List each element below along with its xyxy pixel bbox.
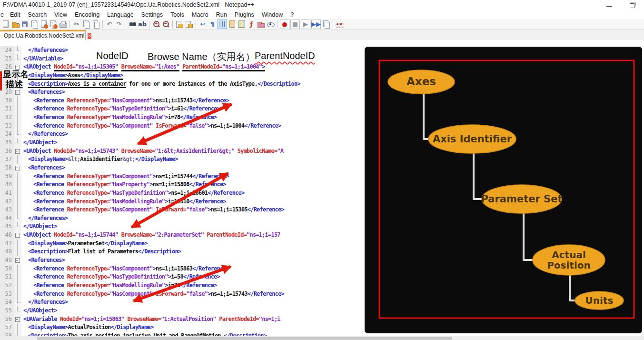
- spell-check-icon[interactable]: ABC: [336, 20, 344, 29]
- code-token: NodeId=: [54, 231, 75, 238]
- code-token: "HasTypeDefinition": [110, 190, 168, 196]
- macro-play-icon[interactable]: ▶: [301, 20, 310, 29]
- tab-opc-ua-robotics-nodeset2[interactable]: Opc.Ua.Robotics.NodeSet2.xml ✕: [0, 30, 86, 40]
- menu-item-edit[interactable]: Edit: [6, 11, 24, 18]
- toolbar-separator: [149, 20, 149, 28]
- redo-icon: ↷: [117, 21, 122, 27]
- monitoring-icon[interactable]: [266, 20, 275, 29]
- close-all-docs-icon[interactable]: [49, 20, 58, 29]
- save-icon[interactable]: [20, 20, 29, 29]
- horizontal-scrollbar-thumb[interactable]: [37, 337, 452, 340]
- code-token: <References>: [28, 89, 65, 95]
- code-token: ReferenceType=: [67, 273, 110, 280]
- red-edge-mark: [0, 71, 2, 90]
- toolbar-separator: [333, 20, 333, 28]
- fold-collapse-icon[interactable]: [14, 256, 21, 265]
- doc-switcher-icon[interactable]: [228, 20, 237, 29]
- code-token: ns=1;i=15305: [211, 206, 248, 213]
- node-hierarchy-diagram-panel: AxesAxis IdentifierParameter SetActualPo…: [365, 47, 642, 333]
- fold-collapse-icon[interactable]: [14, 315, 21, 324]
- word-wrap-icon[interactable]: ↩: [198, 20, 207, 29]
- code-token: ActualPosition: [68, 324, 111, 330]
- code-token: <Reference: [33, 122, 67, 129]
- undo-icon[interactable]: ↶: [105, 20, 114, 29]
- find-icon[interactable]: [129, 20, 137, 29]
- code-token: ns=1;i=16601: [171, 190, 208, 196]
- axis-identifier-node-label: Axis Identifier: [433, 133, 512, 145]
- macro-run-multiple-icon[interactable]: ▶▶: [311, 20, 321, 29]
- function-list-icon[interactable]: ƒ: [247, 20, 256, 29]
- code-token: </Reference>: [183, 105, 220, 112]
- indent-guide-icon[interactable]: [218, 20, 227, 29]
- menu-item-?[interactable]: ?: [287, 11, 297, 18]
- code-token: >: [262, 63, 265, 71]
- macro-run-multiple-icon: ▶▶: [311, 21, 321, 27]
- line-number: 35: [0, 139, 14, 147]
- code-token: "1:Axes": [155, 63, 179, 71]
- macro-stop-icon[interactable]: ■: [290, 20, 300, 29]
- fold-margin: [14, 130, 21, 139]
- code-token: ns=1;i=15744: [156, 173, 192, 180]
- menu-item-macro[interactable]: Macro: [188, 11, 212, 18]
- show-all-characters-icon[interactable]: ¶: [208, 20, 217, 29]
- menu-item-encoding[interactable]: Encoding: [71, 11, 103, 18]
- sync-vertical-scroll-icon[interactable]: [175, 20, 184, 29]
- print-icon[interactable]: [59, 20, 67, 29]
- code-token: <Reference: [33, 181, 67, 188]
- menu-item-tools[interactable]: Tools: [167, 11, 188, 18]
- menu-item-settings[interactable]: Settings: [138, 11, 167, 18]
- title-bar: F:\VDMA 40010-1_2019-07 (en)_15572331454…: [0, 0, 644, 10]
- tab-close-icon[interactable]: ✕: [88, 33, 91, 39]
- macro-record-icon: ●: [282, 21, 287, 27]
- code-token: ns=1;i=1004: [211, 122, 245, 129]
- folder-as-workspace-icon[interactable]: [257, 20, 265, 29]
- menu-item-plugins[interactable]: Plugins: [231, 11, 258, 18]
- fold-margin: [14, 139, 21, 147]
- new-file-icon[interactable]: [1, 20, 10, 29]
- code-token: </UAVariable>: [23, 55, 63, 62]
- fold-collapse-icon[interactable]: [14, 231, 21, 240]
- diagram-connector: [524, 213, 533, 260]
- copy-icon[interactable]: [82, 20, 90, 29]
- paste-icon[interactable]: [91, 20, 100, 29]
- code-token: </DisplayName>: [110, 324, 153, 330]
- menu-item-language[interactable]: Language: [103, 11, 138, 18]
- document-map-icon[interactable]: [238, 20, 246, 29]
- menu-item-window[interactable]: Window: [258, 11, 287, 18]
- menu-item-run[interactable]: Run: [212, 11, 231, 18]
- cut-icon[interactable]: ✂: [72, 20, 81, 29]
- line-number: 38: [0, 164, 14, 172]
- code-token: for one or more instances of the AxisTyp…: [126, 80, 258, 87]
- code-token: "ns=1;i=15743": [75, 148, 118, 154]
- fold-margin: [14, 222, 21, 231]
- code-token: "ns=1;i=15863": [81, 316, 124, 322]
- sync-horizontal-scroll-icon[interactable]: [185, 20, 193, 29]
- open-file-icon[interactable]: [11, 20, 20, 29]
- fold-margin: [14, 298, 21, 307]
- redo-icon[interactable]: ↷: [115, 20, 123, 29]
- toolbar-separator: [172, 20, 173, 28]
- fold-margin: [14, 290, 21, 299]
- macro-record-icon[interactable]: ●: [280, 20, 289, 29]
- minimize-icon[interactable]: [602, 2, 616, 9]
- horizontal-scrollbar[interactable]: [0, 336, 644, 340]
- code-token: ns=1;i=15743: [211, 290, 248, 297]
- fold-collapse-icon[interactable]: [14, 147, 21, 156]
- restore-icon[interactable]: [625, 2, 639, 9]
- code-token: "HasComponent": [110, 206, 153, 213]
- replace-icon[interactable]: ab: [138, 20, 147, 29]
- close-doc-icon[interactable]: [40, 20, 48, 29]
- macro-save-icon[interactable]: [322, 20, 330, 29]
- fold-margin: [14, 180, 21, 189]
- save-all-icon[interactable]: [30, 20, 39, 29]
- show-all-characters-icon: ¶: [210, 21, 214, 27]
- menu-item-view[interactable]: View: [50, 11, 71, 18]
- menu-item-search[interactable]: Search: [24, 11, 51, 18]
- fold-collapse-icon[interactable]: [14, 164, 21, 172]
- code-token: </Description>: [138, 248, 181, 255]
- menu-item-e[interactable]: e: [0, 11, 6, 18]
- zoom-out-icon[interactable]: −: [161, 20, 170, 29]
- code-token: "false": [186, 206, 208, 213]
- code-token: "HasProperty": [110, 181, 150, 188]
- zoom-in-icon[interactable]: +: [152, 20, 160, 29]
